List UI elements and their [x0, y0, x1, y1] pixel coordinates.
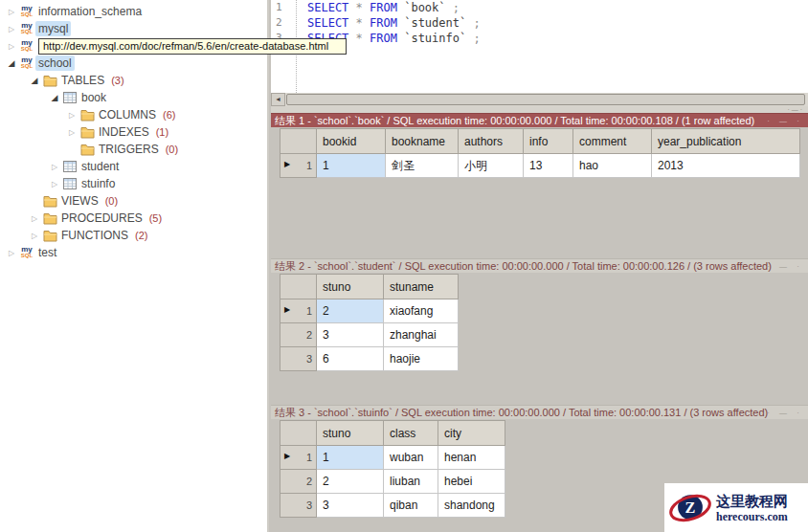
chevron-expanded-icon[interactable]: ◢	[48, 93, 61, 102]
table-row: 22liubanhebei	[281, 470, 505, 494]
column-header-authors[interactable]: authors	[459, 129, 524, 154]
data-cell[interactable]: xiaofang	[384, 299, 459, 323]
column-header-comment[interactable]: comment	[573, 129, 652, 154]
chevron-collapsed-icon[interactable]: ▷	[48, 180, 61, 188]
tree-item-book[interactable]: ◢book	[0, 89, 267, 106]
data-cell[interactable]: qiban	[384, 494, 438, 518]
tree-item-label: INDEXES	[96, 124, 152, 140]
tree-item-functions[interactable]: ▷FUNCTIONS(2)	[0, 227, 267, 244]
result-3-header[interactable]: 结果 3 - `school`.`stuinfo` / SQL executio…	[271, 405, 808, 419]
column-header-info[interactable]: info	[524, 129, 573, 154]
row-number-cell[interactable]: ▶1	[281, 446, 317, 470]
editor-line[interactable]: 1SELECT * FROM `book` ;	[271, 0, 808, 15]
current-row-arrow-icon: ▶	[284, 160, 290, 168]
data-cell[interactable]: 剑圣	[386, 154, 459, 178]
data-cell[interactable]: shandong	[438, 494, 505, 518]
row-number-cell[interactable]: 2	[281, 323, 317, 347]
selected-cell[interactable]: 1	[317, 154, 386, 178]
editor-line[interactable]: 2SELECT * FROM `student` ;	[271, 15, 808, 31]
chevron-collapsed-icon[interactable]: ▷	[28, 232, 41, 240]
data-cell[interactable]: 13	[524, 154, 573, 178]
tree-item-test[interactable]: ▷mySQLtest	[0, 244, 267, 261]
tree-item-school[interactable]: ◢mySQLschool	[0, 55, 267, 72]
current-row-arrow-icon: ▶	[284, 452, 290, 460]
sql-editor[interactable]: 1SELECT * FROM `book` ;2SELECT * FROM `s…	[271, 0, 808, 93]
data-cell[interactable]: haojie	[384, 347, 459, 371]
row-selector-header[interactable]	[281, 421, 317, 446]
tree-item-views[interactable]: VIEWS(0)	[0, 192, 267, 210]
row-number-cell[interactable]: 3	[281, 494, 317, 518]
item-count-badge: (0)	[166, 144, 178, 155]
panel-splitter-strip[interactable]: · — ·	[271, 106, 808, 113]
row-number-cell[interactable]: ▶1	[281, 154, 317, 178]
chevron-collapsed-icon[interactable]: ▷	[65, 128, 79, 137]
row-number-cell[interactable]: 3	[281, 347, 317, 371]
column-header-stuno[interactable]: stuno	[317, 275, 384, 299]
scrollbar-thumb[interactable]	[286, 94, 805, 105]
data-cell[interactable]: 6	[317, 347, 384, 371]
results-area: 结果 1 - `school`.`book` / SQL execution t…	[271, 113, 808, 532]
chevron-expanded-icon[interactable]: ◢	[28, 76, 41, 85]
data-cell[interactable]: hao	[573, 154, 652, 178]
column-header-city[interactable]: city	[438, 421, 505, 446]
column-header-stuno[interactable]: stuno	[317, 421, 384, 446]
tree-item-procedures[interactable]: ▷PROCEDURES(5)	[0, 210, 267, 227]
item-count-badge: (0)	[105, 195, 118, 207]
tree-item-label: test	[35, 245, 59, 260]
tree-item-triggers[interactable]: TRIGGERS(0)	[0, 141, 267, 158]
tree-item-columns[interactable]: ▷COLUMNS(6)	[0, 106, 267, 123]
result-3-grid: stunoclasscity▶11wubanhenan22liubanhebei…	[280, 420, 505, 518]
data-cell[interactable]: zhanghai	[384, 323, 459, 347]
panel-control-icons[interactable]: · — ·	[767, 406, 803, 419]
data-cell[interactable]: 3	[317, 494, 384, 518]
column-header-bookid[interactable]: bookid	[317, 129, 386, 154]
data-cell[interactable]: liuban	[384, 470, 438, 494]
panel-control-icons[interactable]: · — ·	[767, 259, 803, 273]
tree-item-student[interactable]: ▷student	[0, 158, 267, 175]
chevron-expanded-icon[interactable]: ◢	[5, 58, 18, 68]
editor-line[interactable]: 3SELECT * FROM `stuinfo` ;	[271, 31, 808, 46]
chevron-collapsed-icon[interactable]: ▷	[48, 163, 61, 171]
table-icon	[61, 92, 79, 103]
result-1-title: 结果 1 - `school`.`book` / SQL execution t…	[275, 115, 754, 126]
data-cell[interactable]: wuban	[384, 446, 438, 470]
row-selector-header[interactable]	[281, 129, 317, 154]
column-header-class[interactable]: class	[384, 421, 438, 446]
tree-item-tables[interactable]: ◢TABLES(3)	[0, 72, 267, 89]
editor-horizontal-scrollbar[interactable]: ◄	[271, 93, 808, 106]
scroll-left-button[interactable]: ◄	[271, 93, 285, 106]
data-cell[interactable]: 2	[317, 470, 384, 494]
result-2-header[interactable]: 结果 2 - `school`.`student` / SQL executio…	[271, 258, 808, 273]
column-header-year_publication[interactable]: year_publication	[652, 129, 800, 154]
data-cell[interactable]: hebei	[438, 470, 505, 494]
chevron-collapsed-icon[interactable]: ▷	[5, 25, 18, 33]
tree-item-mysql[interactable]: ▷mySQLmysql	[0, 20, 267, 37]
chevron-collapsed-icon[interactable]: ▷	[5, 249, 18, 257]
tree-item-stuinfo[interactable]: ▷stuinfo	[0, 175, 267, 192]
row-number-cell[interactable]: ▶1	[281, 299, 317, 323]
tree-item-information_schema[interactable]: ▷mySQLinformation_schema	[0, 3, 267, 20]
row-selector-header[interactable]	[281, 275, 317, 299]
chevron-collapsed-icon[interactable]: ▷	[5, 8, 18, 16]
data-cell[interactable]: 3	[317, 323, 384, 347]
data-cell[interactable]: 小明	[459, 154, 524, 178]
chevron-collapsed-icon[interactable]: ▷	[5, 42, 18, 51]
panel-control-icons[interactable]: · — ·	[767, 114, 803, 127]
result-1-grid: bookidbooknameauthorsinfocommentyear_pub…	[280, 128, 800, 178]
table-row: ▶11剑圣小明13hao2013	[281, 154, 800, 178]
row-number-cell[interactable]: 2	[281, 470, 317, 494]
chevron-collapsed-icon[interactable]: ▷	[65, 111, 79, 120]
chevron-collapsed-icon[interactable]: ▷	[28, 214, 41, 223]
column-header-stuname[interactable]: stuname	[384, 275, 459, 299]
selected-cell[interactable]: 2	[317, 299, 384, 323]
tree-item-label: PROCEDURES	[58, 211, 146, 226]
tree-item-label: COLUMNS	[96, 107, 159, 122]
mysql-db-icon: mySQL	[18, 40, 35, 52]
tree-item-indexes[interactable]: ▷INDEXES(1)	[0, 123, 267, 141]
data-cell[interactable]: 2013	[652, 154, 800, 178]
selected-cell[interactable]: 1	[317, 446, 384, 470]
result-1-header[interactable]: 结果 1 - `school`.`book` / SQL execution t…	[271, 113, 808, 127]
data-cell[interactable]: henan	[438, 446, 505, 470]
column-header-bookname[interactable]: bookname	[386, 129, 459, 154]
item-count-badge: (1)	[156, 126, 168, 138]
